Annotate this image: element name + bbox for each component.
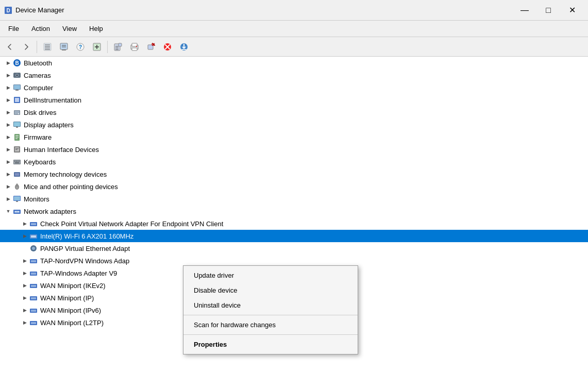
ctx-disable-device[interactable]: Disable device <box>183 283 358 298</box>
wanipv6-label: WAN Miniport (IPv6) <box>40 307 101 314</box>
tree-item-intelwifi[interactable]: ▶ Intel(R) Wi-Fi 6 AX201 160MHz <box>0 230 588 242</box>
ctx-uninstall-device[interactable]: Uninstall device <box>183 298 358 313</box>
back-button[interactable] <box>2 39 18 55</box>
print-button[interactable] <box>127 39 142 55</box>
disk-label: Disk drives <box>24 109 57 116</box>
forward-button[interactable] <box>19 39 34 55</box>
hid-icon <box>12 145 22 154</box>
bluetooth-icon: B <box>12 58 22 67</box>
svg-rect-22 <box>132 43 137 46</box>
tree-item-pangp[interactable]: PANGP Virtual Ethernet Adapt <box>0 242 588 255</box>
menu-action[interactable]: Action <box>25 23 56 35</box>
svg-rect-64 <box>18 161 19 162</box>
ctx-update-driver[interactable]: Update driver <box>183 268 358 283</box>
context-menu: Update driver Disable device Uninstall d… <box>183 265 358 354</box>
svg-point-24 <box>136 46 137 47</box>
computer-label: Computer <box>24 84 53 92</box>
tree-item-hid[interactable]: ▶ Human Interface Devices <box>0 143 588 156</box>
download-button[interactable] <box>176 39 192 55</box>
svg-rect-94 <box>31 297 36 299</box>
maximize-button[interactable]: □ <box>536 0 560 21</box>
disk-icon <box>12 108 22 117</box>
tree-item-bluetooth[interactable]: ▶ B Bluetooth <box>0 57 588 69</box>
expander-wanipv6: ▶ <box>21 306 29 314</box>
tree-view-button[interactable] <box>40 39 55 55</box>
tree-item-monitors[interactable]: ▶ Monitors <box>0 193 588 205</box>
expand-button[interactable] <box>89 39 105 55</box>
dell-icon <box>12 95 22 105</box>
svg-rect-59 <box>15 149 18 150</box>
wanl2tp-icon <box>29 318 38 327</box>
svg-rect-17 <box>119 43 122 46</box>
ctx-properties[interactable]: Properties <box>183 337 358 352</box>
wanikev2-label: WAN Miniport (IKEv2) <box>40 282 106 290</box>
firmware-icon <box>12 132 22 142</box>
menu-help[interactable]: Help <box>83 23 109 35</box>
svg-text:B: B <box>15 60 19 66</box>
tree-item-keyboards[interactable]: ▶ Keyboards <box>0 156 588 168</box>
svg-rect-51 <box>16 127 18 128</box>
svg-rect-82 <box>31 223 36 225</box>
expander-networkadapters: ▼ <box>4 207 12 215</box>
expander-checkpoint: ▶ <box>21 219 29 228</box>
expander-dell: ▶ <box>4 96 12 104</box>
svg-rect-58 <box>15 148 19 149</box>
remove-device-button[interactable] <box>160 39 175 55</box>
ctx-separator-1 <box>183 315 358 315</box>
wanip-label: WAN Miniport (IP) <box>40 294 94 302</box>
menu-view[interactable]: View <box>56 23 83 35</box>
window-controls: — □ ✕ <box>513 0 584 21</box>
tapnordvpn-label: TAP-NordVPN Windows Adap <box>40 257 129 265</box>
minimize-button[interactable]: — <box>513 0 536 21</box>
svg-rect-62 <box>14 161 15 162</box>
cameras-icon <box>12 71 22 80</box>
expander-wanip: ▶ <box>21 294 29 302</box>
svg-point-86 <box>32 247 35 250</box>
svg-rect-92 <box>31 285 36 287</box>
svg-point-72 <box>16 184 18 185</box>
tree-item-cameras[interactable]: ▶ Cameras <box>0 69 588 81</box>
wanipv6-icon <box>29 306 38 315</box>
svg-rect-65 <box>19 161 20 162</box>
svg-rect-42 <box>15 90 19 91</box>
firmware-label: Firmware <box>24 133 52 141</box>
intelwifi-icon <box>29 231 38 241</box>
bluetooth-label: Bluetooth <box>24 59 52 67</box>
tree-item-display[interactable]: ▶ Display adapters <box>0 119 588 131</box>
help-button[interactable]: ? <box>73 39 88 55</box>
mice-label: Mice and other pointing devices <box>24 183 118 191</box>
tree-item-firmware[interactable]: ▶ Firmware <box>0 131 588 143</box>
menu-file[interactable]: File <box>2 23 25 35</box>
expander-bluetooth: ▶ <box>4 59 12 67</box>
tree-item-mice[interactable]: ▶ Mice and other pointing devices <box>0 180 588 193</box>
properties-button[interactable] <box>110 39 126 55</box>
close-button[interactable]: ✕ <box>560 0 584 21</box>
networkadapters-icon <box>12 207 22 216</box>
hid-label: Human Interface Devices <box>24 146 99 154</box>
expander-mice: ▶ <box>4 182 12 191</box>
pangp-label: PANGP Virtual Ethernet Adapt <box>40 245 130 252</box>
tree-item-checkpoint[interactable]: ▶ Check Point Virtual Network Adapter Fo… <box>0 217 588 230</box>
expander-display: ▶ <box>4 121 12 129</box>
toolbar-sep-2 <box>107 41 108 53</box>
tree-item-networkadapters[interactable]: ▼ Network adapters <box>0 205 588 217</box>
svg-rect-50 <box>14 122 20 126</box>
add-device-button[interactable] <box>143 39 159 55</box>
tree-item-computer[interactable]: ▶ Computer <box>0 81 588 94</box>
expander-cameras: ▶ <box>4 71 12 79</box>
tree-item-memtech[interactable]: ▶ Memory technology devices <box>0 168 588 180</box>
svg-rect-74 <box>14 196 20 200</box>
title-bar: D Device Manager — □ ✕ <box>0 0 588 21</box>
checkpoint-label: Check Point Virtual Network Adapter For … <box>40 220 223 228</box>
ctx-scan-hardware[interactable]: Scan for hardware changes <box>183 317 358 332</box>
scan-button[interactable] <box>56 39 72 55</box>
pangp-icon <box>29 244 38 253</box>
wanikev2-icon <box>29 281 38 290</box>
tree-item-diskdrives[interactable]: ▶ Disk drives <box>0 106 588 119</box>
svg-point-78 <box>15 211 16 212</box>
expander-computer: ▶ <box>4 83 12 92</box>
computer-icon <box>12 83 22 92</box>
svg-rect-68 <box>15 173 19 176</box>
tree-item-dellinstrumentation[interactable]: ▶ DellInstrumentation <box>0 94 588 106</box>
svg-rect-75 <box>16 201 18 202</box>
